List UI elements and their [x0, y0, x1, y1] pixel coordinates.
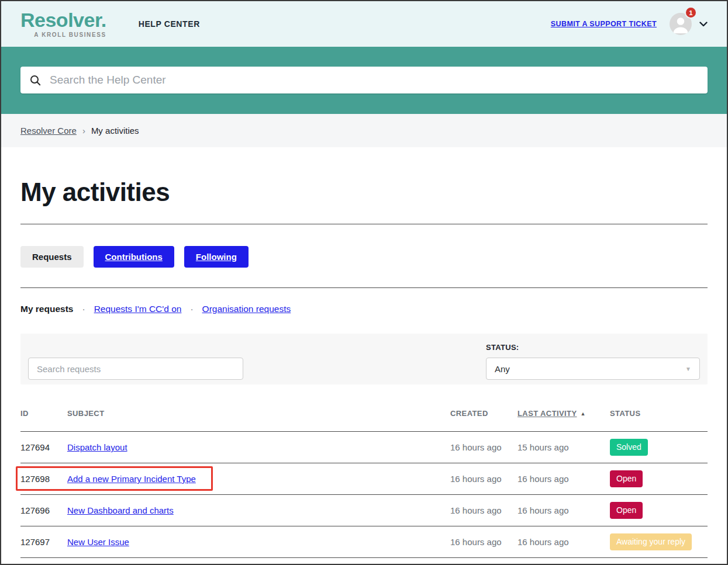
ticket-subject-link[interactable]: New Dashboard and charts: [67, 505, 174, 515]
search-requests-input[interactable]: [28, 358, 243, 380]
sort-ascending-icon: ▲: [581, 411, 586, 417]
tabs-divider: [20, 287, 708, 288]
ticket-last-activity: 16 hours ago: [517, 474, 610, 484]
search-icon: [30, 75, 41, 86]
ticket-subject-link[interactable]: New User Issue: [67, 537, 129, 547]
ticket-last-activity: 16 hours ago: [517, 505, 610, 515]
help-search-box[interactable]: [20, 67, 708, 93]
breadcrumb-current: My activities: [91, 126, 139, 136]
ticket-id: 127696: [20, 505, 67, 515]
table-header-row: ID SUBJECT CREATED LAST ACTIVITY ▲ STATU…: [20, 409, 708, 432]
filter-panel: STATUS: Any ▼: [20, 334, 708, 384]
hero-search-band: [1, 47, 727, 114]
subnav-my-requests[interactable]: My requests: [20, 304, 73, 314]
chevron-down-icon[interactable]: [699, 22, 708, 27]
status-badge: Awaiting your reply: [610, 533, 692, 550]
ticket-last-activity: 16 hours ago: [517, 537, 610, 547]
ticket-subject-link[interactable]: Dispatch layout: [67, 442, 127, 452]
ticket-id: 127698: [20, 474, 67, 484]
status-filter-value: Any: [495, 364, 510, 374]
logo-brand-text: Resolver.: [20, 10, 106, 30]
resolver-logo[interactable]: Resolver. A KROLL BUSINESS: [20, 10, 106, 38]
status-badge: Open: [610, 470, 643, 487]
ticket-subject-link[interactable]: Add a new Primary Incident Type: [67, 474, 196, 484]
ticket-id: 127697: [20, 537, 67, 547]
notification-badge[interactable]: 1: [685, 6, 697, 19]
main-content: My activities Requests Contributions Fol…: [1, 178, 727, 558]
help-center-page: Resolver. A KROLL BUSINESS HELP CENTER S…: [0, 0, 728, 565]
column-header-created: CREATED: [450, 409, 517, 418]
title-divider: [20, 224, 708, 224]
tab-following[interactable]: Following: [184, 246, 249, 268]
user-menu[interactable]: 1: [670, 13, 708, 35]
tab-requests[interactable]: Requests: [20, 246, 84, 268]
ticket-created: 16 hours ago: [450, 442, 517, 452]
table-row: 127697 New User Issue 16 hours ago 16 ho…: [20, 526, 708, 558]
top-bar: Resolver. A KROLL BUSINESS HELP CENTER S…: [1, 1, 727, 47]
table-row: 127694 Dispatch layout 16 hours ago 15 h…: [20, 432, 708, 463]
status-badge: Solved: [610, 439, 648, 455]
column-header-last-activity[interactable]: LAST ACTIVITY ▲: [517, 409, 610, 418]
submit-support-ticket-link[interactable]: SUBMIT A SUPPORT TICKET: [551, 20, 657, 28]
help-search-input[interactable]: [49, 73, 698, 87]
ticket-last-activity: 15 hours ago: [517, 442, 610, 452]
subnav-ccd-on-link[interactable]: Requests I'm CC'd on: [94, 304, 182, 314]
activity-tabs: Requests Contributions Following: [20, 246, 708, 268]
table-row: 127696 New Dashboard and charts 16 hours…: [20, 495, 708, 526]
column-header-status: STATUS: [610, 409, 708, 418]
status-filter-group: STATUS: Any ▼: [486, 343, 700, 380]
tab-contributions[interactable]: Contributions: [94, 246, 174, 268]
breadcrumb-root-link[interactable]: Resolver Core: [20, 126, 77, 136]
dropdown-caret-icon: ▼: [685, 366, 691, 372]
ticket-created: 16 hours ago: [450, 474, 517, 484]
ticket-created: 16 hours ago: [450, 505, 517, 515]
column-header-subject: SUBJECT: [67, 409, 450, 418]
breadcrumb: Resolver Core › My activities: [1, 114, 727, 147]
status-filter-label: STATUS:: [486, 343, 700, 352]
ticket-id: 127694: [20, 442, 67, 452]
ticket-created: 16 hours ago: [450, 537, 517, 547]
breadcrumb-separator: ›: [82, 126, 85, 136]
column-header-id: ID: [20, 409, 67, 418]
subnav-separator: ·: [190, 304, 193, 314]
logo-subtitle-text: A KROLL BUSINESS: [34, 32, 106, 38]
page-title: My activities: [20, 178, 708, 207]
status-badge: Open: [610, 502, 643, 518]
subnav-separator: ·: [82, 304, 85, 314]
status-filter-select[interactable]: Any ▼: [486, 358, 700, 380]
requests-subnav: My requests · Requests I'm CC'd on · Org…: [20, 304, 708, 314]
subnav-organisation-requests-link[interactable]: Organisation requests: [202, 304, 291, 314]
table-row: 127698 Add a new Primary Incident Type 1…: [20, 463, 708, 495]
help-center-label: HELP CENTER: [139, 19, 200, 29]
